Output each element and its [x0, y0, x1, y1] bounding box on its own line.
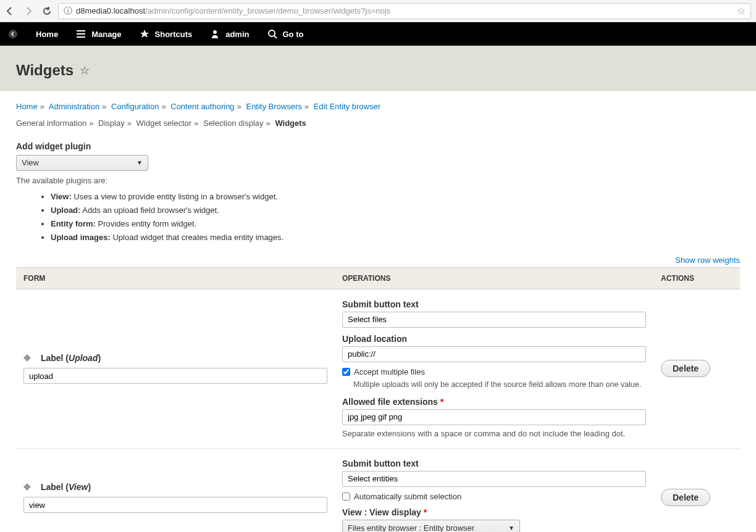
info-icon[interactable]: ⓘ [64, 6, 72, 17]
col-actions: ACTIONS [653, 267, 740, 289]
favorite-star-icon[interactable]: ☆ [80, 64, 90, 77]
plugins-intro: The available plugins are: [16, 176, 740, 185]
content: Home» Administration» Configuration» Con… [0, 91, 756, 532]
col-form: FORM [16, 267, 335, 289]
plugin-item: Upload images: Upload widget that create… [51, 231, 740, 244]
drag-handle-icon[interactable]: ✥ [23, 482, 31, 492]
auto-submit-checkbox[interactable] [342, 493, 350, 501]
plugin-item: View: Uses a view to provide entity list… [51, 190, 740, 204]
admin-toolbar: Home Manage Shortcuts admin Go to [0, 22, 756, 46]
extensions-label: Allowed file extensions * [342, 397, 646, 407]
submit-text-label: Submit button text [342, 299, 646, 309]
hamburger-icon [75, 28, 86, 39]
browser-chrome: ⓘ d8media0.localhost/admin/config/conten… [0, 0, 756, 22]
user-link[interactable]: admin [209, 28, 249, 39]
plugin-list: View: Uses a view to provide entity list… [51, 190, 740, 244]
plugin-item: Entity form: Provides entity form widget… [51, 217, 740, 231]
tab-selection-display: Selection display [203, 118, 264, 128]
add-widget-section: Add widget plugin View ▼ The available p… [16, 141, 740, 244]
crumb-content-auth[interactable]: Content authoring [170, 102, 234, 111]
crumb-edit-browser[interactable]: Edit Entity browser [314, 102, 380, 111]
delete-button[interactable]: Delete [661, 360, 710, 377]
home-link[interactable]: Home [36, 30, 58, 39]
crumb-admin[interactable]: Administration [49, 102, 99, 111]
submit-text-input[interactable] [342, 312, 646, 328]
crumb-home[interactable]: Home [16, 102, 38, 111]
label-input[interactable] [23, 497, 327, 513]
col-operations: OPERATIONS [335, 267, 653, 289]
svg-point-2 [269, 30, 275, 36]
plugin-item: Upload: Adds an upload field browser's w… [51, 204, 740, 217]
svg-point-0 [9, 30, 17, 38]
extensions-input[interactable] [342, 409, 646, 425]
url-bar[interactable]: ⓘ d8media0.localhost/admin/config/conten… [58, 3, 751, 19]
extensions-help: Separate extensions with a space or comm… [342, 429, 646, 438]
back-admin-icon[interactable] [7, 28, 19, 39]
reload-icon[interactable] [42, 6, 52, 16]
delete-button[interactable]: Delete [661, 489, 710, 506]
auto-submit-label: Automatically submit selection [354, 492, 461, 501]
label-input[interactable] [23, 368, 327, 384]
row-label: ✥ Label (View) [23, 482, 327, 492]
show-row-weights-link[interactable]: Show row weights [675, 256, 740, 265]
row-label: ✥ Label (Upload) [23, 353, 327, 363]
add-widget-select[interactable]: View ▼ [16, 155, 148, 171]
view-display-label: View : View display * [342, 507, 646, 517]
forward-icon[interactable] [23, 6, 33, 16]
shortcuts-link[interactable]: Shortcuts [139, 28, 193, 39]
view-display-select[interactable]: Files entity browser : Entity browser ▼ [342, 520, 520, 532]
page-title: Widgets ☆ [16, 62, 740, 79]
url-text: d8media0.localhost/admin/config/content/… [76, 6, 390, 15]
tab-display: Display [98, 118, 125, 128]
breadcrumb: Home» Administration» Configuration» Con… [16, 101, 740, 114]
chevron-down-icon: ▼ [508, 525, 514, 531]
add-widget-label: Add widget plugin [16, 141, 740, 151]
accept-multiple-label: Accept multiple files [354, 367, 425, 376]
row-weights: Show row weights [16, 256, 740, 265]
browser-nav [5, 6, 52, 16]
svg-point-1 [213, 30, 217, 34]
local-tabs: General information» Display» Widget sel… [16, 117, 740, 130]
page-header: Widgets ☆ [0, 46, 756, 91]
tab-widgets-current: Widgets [275, 118, 306, 128]
search-icon [267, 28, 278, 39]
submit-text-label: Submit button text [342, 459, 646, 468]
table-row: ✥ Label (Upload) Submit button text Uplo… [16, 289, 740, 448]
back-icon[interactable] [5, 6, 15, 16]
drag-handle-icon[interactable]: ✥ [23, 353, 31, 363]
crumb-config[interactable]: Configuration [111, 102, 159, 111]
upload-location-input[interactable] [342, 346, 646, 362]
table-row: ✥ Label (View) Submit button text Automa… [16, 448, 740, 532]
accept-multiple-desc: Multiple uploads will only be accepted i… [353, 379, 646, 391]
user-icon [209, 28, 220, 39]
bookmark-star-icon[interactable]: ☆ [737, 5, 746, 17]
chevron-down-icon: ▼ [136, 159, 143, 166]
accept-multiple-checkbox[interactable] [342, 368, 350, 376]
crumb-entity-browsers[interactable]: Entity Browsers [246, 102, 301, 111]
widget-table: FORM OPERATIONS ACTIONS ✥ Label (Upload)… [16, 267, 740, 532]
star-icon [139, 28, 150, 39]
manage-link[interactable]: Manage [75, 28, 121, 39]
tab-general: General information [16, 118, 86, 128]
tab-widget-selector: Widget selector [136, 118, 192, 128]
goto-link[interactable]: Go to [267, 28, 304, 39]
submit-text-input[interactable] [342, 471, 646, 487]
upload-location-label: Upload location [342, 334, 646, 344]
